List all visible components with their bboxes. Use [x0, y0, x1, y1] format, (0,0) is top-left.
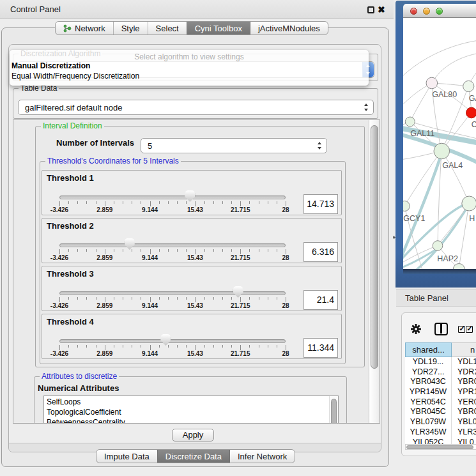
attributes-list-scrollbar[interactable] [329, 396, 338, 424]
major-tick [150, 297, 151, 302]
column-header[interactable]: shared... [405, 342, 452, 357]
table-row[interactable]: YPR145WYPR1 [405, 387, 476, 397]
threshold-value-field[interactable]: 21.4 [303, 290, 338, 310]
zoom-traffic-light[interactable] [436, 8, 443, 15]
network-edge[interactable] [432, 53, 476, 83]
minor-tick [277, 297, 277, 300]
tab-select[interactable]: Select [148, 22, 187, 35]
network-node[interactable] [403, 201, 410, 211]
cell-name[interactable]: YDR2 [452, 367, 476, 378]
gear-icon[interactable] [411, 324, 421, 334]
network-node[interactable] [466, 107, 476, 118]
network-node[interactable] [462, 196, 476, 211]
network-node[interactable] [426, 77, 438, 89]
scrollbar-thumb[interactable] [331, 399, 337, 424]
network-edge[interactable] [410, 83, 432, 121]
cell-shared-name[interactable]: YPR145W [405, 387, 452, 397]
table-horizontal-scrollbar[interactable] [405, 444, 476, 450]
slider-track[interactable] [59, 291, 286, 295]
cell-shared-name[interactable]: YBR043C [405, 377, 452, 387]
minor-tick [68, 345, 69, 348]
cell-name[interactable]: YDL1 [452, 357, 476, 367]
network-canvas[interactable]: GAL80GAL2CDCGAL11GAL4GCY1HHAP2 [403, 18, 476, 269]
tab-discretize-data[interactable]: Discretize Data [157, 450, 229, 463]
network-edge[interactable] [438, 203, 469, 245]
apply-button[interactable]: Apply [172, 429, 214, 441]
cell-name[interactable]: YER0 [452, 397, 476, 408]
tab-impute-data[interactable]: Impute Data [96, 450, 157, 463]
network-node[interactable] [434, 143, 450, 159]
table-data-combo[interactable]: galFiltered.sif default node [18, 100, 374, 115]
network-edge[interactable] [404, 151, 441, 206]
threshold-value-field[interactable]: 11.344 [303, 338, 338, 358]
table-row[interactable]: YBR045CYBR0 [405, 407, 476, 417]
cell-shared-name[interactable]: YDR27... [405, 367, 452, 378]
major-tick [240, 345, 241, 350]
table-row[interactable]: YDR27...YDR2 [405, 367, 476, 378]
column-header[interactable]: n [452, 342, 476, 357]
list-item[interactable]: TopologicalCoefficient [47, 408, 338, 418]
dropdown-prompt-item[interactable]: Select algorithm to view settings [10, 50, 369, 61]
slider-track[interactable] [59, 339, 286, 343]
tab-style[interactable]: Style [113, 22, 148, 35]
network-node[interactable] [433, 241, 443, 251]
table-row[interactable]: YER054CYER0 [405, 397, 476, 408]
close-traffic-light[interactable] [410, 8, 417, 15]
network-node[interactable] [453, 264, 464, 270]
slider-track[interactable] [59, 196, 286, 199]
major-tick [105, 201, 105, 206]
minor-tick [231, 249, 232, 252]
threshold-value-field[interactable]: 6.316 [303, 242, 338, 262]
minor-tick [213, 249, 214, 252]
minor-tick [213, 201, 214, 204]
cell-shared-name[interactable]: YBL079W [405, 417, 452, 427]
cell-name[interactable]: YBR0 [452, 377, 476, 387]
tab-label: Style [121, 24, 140, 33]
slider-thumb[interactable] [185, 190, 195, 202]
slider-thumb[interactable] [125, 238, 135, 250]
cell-shared-name[interactable]: YLR345W [405, 427, 452, 438]
table-row[interactable]: YLR345WYLR3 [405, 427, 476, 438]
scrollbar-thumb[interactable] [371, 125, 378, 369]
cell-name[interactable]: YPR1 [452, 387, 476, 397]
minor-tick [96, 201, 96, 204]
tab-network[interactable]: Network [56, 22, 113, 35]
columns-icon[interactable] [434, 323, 448, 335]
scrollbar-thumb[interactable] [406, 445, 473, 450]
dropdown-option[interactable]: Equal Width/Frequency Discretization [10, 71, 369, 81]
cell-name[interactable]: YBL0 [452, 417, 476, 427]
list-item[interactable]: SelfLoops [47, 397, 338, 408]
slider-track[interactable] [59, 243, 286, 247]
close-icon[interactable]: ✖ [378, 3, 385, 17]
tab-cyni-toolbox[interactable]: Cyni Toolbox [187, 22, 250, 35]
table-row[interactable]: YDL19...YDL1 [405, 357, 476, 367]
slider-thumb[interactable] [160, 334, 171, 346]
tab-infer-network[interactable]: Infer Network [229, 450, 295, 463]
network-node[interactable] [405, 117, 415, 127]
threshold-value-field[interactable]: 14.713 [303, 194, 338, 214]
minor-tick [141, 345, 141, 348]
number-of-intervals-combo[interactable]: 5 [141, 138, 327, 153]
minor-tick [249, 201, 250, 204]
major-tick [105, 249, 105, 254]
float-window-icon[interactable] [367, 6, 374, 13]
cell-name[interactable]: YBR0 [452, 407, 476, 417]
settings-vertical-scrollbar[interactable] [369, 120, 380, 423]
list-item[interactable]: BetweennessCentrality [47, 418, 338, 424]
slider-thumb[interactable] [233, 286, 243, 298]
network-node[interactable] [463, 81, 474, 91]
cell-shared-name[interactable]: YDL19... [405, 357, 452, 367]
table-row[interactable]: YBR043CYBR0 [405, 377, 476, 387]
threshold-label: Threshold 1 [47, 173, 94, 183]
minimize-traffic-light[interactable] [423, 8, 430, 15]
cell-name[interactable]: YLR3 [452, 427, 476, 438]
checkbox-icon[interactable] [458, 326, 465, 333]
cell-shared-name[interactable]: YER054C [405, 397, 452, 408]
tab-label: Select [156, 24, 179, 33]
tick-label: 28 [282, 206, 289, 213]
table-row[interactable]: YBL079WYBL0 [405, 417, 476, 427]
cell-shared-name[interactable]: YBR045C [405, 407, 452, 417]
tab-jactivemnodules[interactable]: jActiveMNodules [250, 22, 328, 35]
dropdown-option[interactable]: Manual Discretization [10, 61, 369, 71]
checkbox-icon[interactable] [466, 326, 473, 333]
